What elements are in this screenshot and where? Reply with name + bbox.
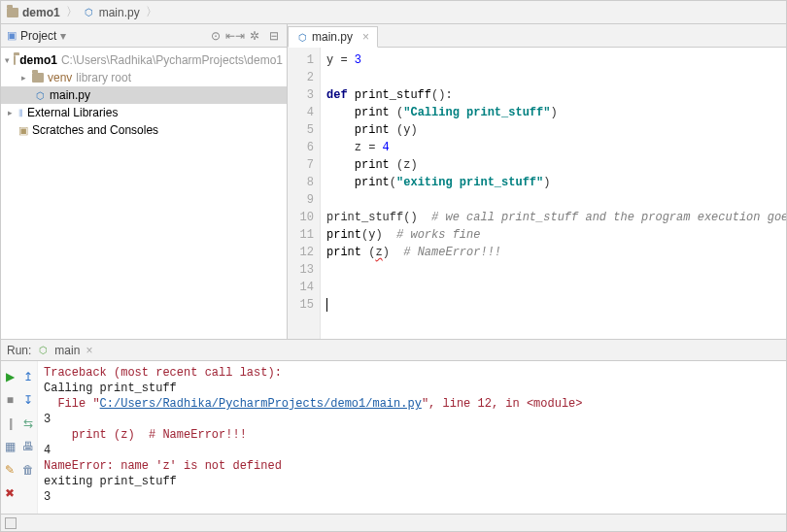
folder-icon: [32, 73, 44, 83]
chevron-down-icon[interactable]: ▾: [5, 55, 10, 65]
trash-button[interactable]: 🗑: [20, 462, 36, 478]
code-line[interactable]: def print_stuff():: [326, 86, 780, 104]
chevron-right-icon: 〉: [146, 4, 157, 20]
breadcrumb-project[interactable]: demo1 〉: [7, 4, 80, 20]
code-line[interactable]: print_stuff() # we call print_stuff and …: [326, 209, 780, 226]
main-split: ▣ Project ▾ ⊙ ⇤⇥ ✲ ⊟ ▾ demo1 C:\Users\Ra…: [1, 24, 786, 339]
tree-venv-name: venv: [48, 71, 72, 84]
tree-scratches-label: Scratches and Consoles: [32, 123, 158, 137]
tree-venv-hint: library root: [76, 71, 131, 84]
console-line: exiting print_stuff: [44, 474, 780, 489]
tree-venv[interactable]: ▸ venv library root: [1, 69, 287, 86]
tree-ext-libs-label: External Libraries: [27, 106, 118, 119]
tree-root-name: demo1: [19, 53, 57, 67]
run-label: Run:: [7, 344, 31, 357]
code-line[interactable]: z = 4: [326, 139, 780, 156]
rerun-button[interactable]: ▶: [2, 369, 17, 384]
layout-button[interactable]: ▦: [2, 439, 17, 454]
code-line[interactable]: print (z): [326, 156, 780, 174]
breadcrumb-bar: demo1 〉 ⬡ main.py 〉: [1, 1, 786, 24]
project-header: ▣ Project ▾ ⊙ ⇤⇥ ✲ ⊟: [1, 24, 287, 48]
editor-gutter[interactable]: 123456789101112131415: [288, 48, 321, 339]
project-tool-window: ▣ Project ▾ ⊙ ⇤⇥ ✲ ⊟ ▾ demo1 C:\Users\Ra…: [1, 24, 288, 339]
tree-scratches[interactable]: Scratches and Consoles: [1, 121, 287, 139]
traceback-link[interactable]: C:/Users/Radhika/PycharmProjects/demo1/m…: [100, 397, 422, 411]
code-line[interactable]: [326, 261, 780, 279]
run-tool-window: Run: ⬡ main × ▶ ↥ ■ ↧ || ⇆ ▦ 🖶 ✎ 🗑 ✖ Tra…: [1, 339, 786, 514]
project-tree[interactable]: ▾ demo1 C:\Users\Radhika\PycharmProjects…: [1, 48, 287, 143]
console-line: 3: [44, 412, 780, 427]
code-line[interactable]: print (z) # NameError!!!: [326, 244, 780, 261]
chevron-right-icon[interactable]: ▸: [5, 108, 15, 117]
code-line[interactable]: y = 3: [326, 51, 780, 69]
folder-icon: [14, 55, 16, 65]
pin-button[interactable]: ✎: [2, 462, 17, 478]
close-tab-icon[interactable]: ×: [362, 30, 369, 44]
folder-icon: [7, 8, 18, 17]
code-line[interactable]: [326, 279, 780, 296]
tree-root-path: C:\Users\Radhika\PycharmProjects\demo1: [61, 53, 283, 67]
scroll-down-button[interactable]: ↧: [20, 392, 36, 408]
tree-external-libraries[interactable]: ▸ External Libraries: [1, 104, 287, 121]
run-body: ▶ ↥ ■ ↧ || ⇆ ▦ 🖶 ✎ 🗑 ✖ Traceback (most r…: [1, 361, 786, 514]
status-indicator[interactable]: [5, 517, 17, 529]
editor-body[interactable]: 123456789101112131415 y = 3def print_stu…: [288, 48, 786, 339]
breadcrumb-project-label: demo1: [22, 6, 60, 19]
console-line: Traceback (most recent call last):: [44, 365, 780, 381]
project-title[interactable]: Project: [20, 29, 56, 43]
code-line[interactable]: print(y) # works fine: [326, 226, 780, 244]
soft-wrap-button[interactable]: ⇆: [20, 416, 36, 431]
console-line: print (z) # NameError!!!: [44, 427, 780, 443]
libraries-icon: [18, 106, 23, 119]
chevron-right-icon: 〉: [66, 4, 78, 20]
run-config-name: main: [54, 344, 80, 357]
run-header: Run: ⬡ main ×: [1, 340, 786, 361]
hide-icon[interactable]: ⊟: [267, 29, 281, 43]
scroll-up-button[interactable]: ↥: [20, 369, 36, 384]
collapse-all-icon[interactable]: ⇤⇥: [228, 29, 242, 43]
breadcrumb-file[interactable]: ⬡ main.py 〉: [84, 4, 159, 20]
python-run-icon: ⬡: [37, 345, 49, 356]
run-toolbar: ▶ ↥ ■ ↧ || ⇆ ▦ 🖶 ✎ 🗑 ✖: [1, 361, 38, 514]
editor-tab-main[interactable]: ⬡ main.py ×: [288, 26, 378, 48]
chevron-right-icon[interactable]: ▸: [18, 73, 28, 83]
tree-file-main[interactable]: ⬡ main.py: [1, 86, 287, 104]
close-run-tab-icon[interactable]: ×: [86, 344, 92, 357]
python-file-icon: ⬡: [34, 89, 46, 101]
print-button[interactable]: 🖶: [20, 439, 36, 454]
code-line[interactable]: print ("Calling print_stuff"): [326, 104, 780, 121]
gear-icon[interactable]: ✲: [248, 29, 261, 43]
project-view-icon: ▣: [7, 29, 17, 42]
console-output[interactable]: Traceback (most recent call last):Callin…: [38, 361, 786, 514]
python-file-icon: ⬡: [296, 31, 308, 43]
console-line: 4: [44, 443, 780, 458]
tree-file-label: main.py: [50, 88, 90, 102]
editor-tab-label: main.py: [312, 30, 353, 44]
code-line[interactable]: [326, 296, 780, 314]
code-line[interactable]: print (y): [326, 121, 780, 139]
code-line[interactable]: print("exiting print_stuff"): [326, 174, 780, 191]
tree-root[interactable]: ▾ demo1 C:\Users\Radhika\PycharmProjects…: [1, 51, 287, 69]
python-file-icon: ⬡: [84, 7, 95, 18]
scratches-icon: [18, 123, 28, 137]
console-line: 3: [44, 489, 780, 505]
console-line: Calling print_stuff: [44, 381, 780, 396]
status-bar: [1, 514, 786, 531]
console-line: File "C:/Users/Radhika/PycharmProjects/d…: [44, 396, 780, 412]
dropdown-icon[interactable]: ▾: [60, 29, 66, 43]
close-button[interactable]: ✖: [2, 485, 17, 501]
console-line: NameError: name 'z' is not defined: [44, 458, 780, 474]
target-icon[interactable]: ⊙: [209, 29, 222, 43]
code-line[interactable]: [326, 69, 780, 86]
code-line[interactable]: [326, 191, 780, 209]
editor-tabs: ⬡ main.py ×: [288, 24, 786, 48]
code-area[interactable]: y = 3def print_stuff(): print ("Calling …: [321, 48, 786, 339]
stop-button[interactable]: ■: [2, 392, 17, 408]
breadcrumb-file-label: main.py: [99, 6, 140, 19]
editor-panel: ⬡ main.py × 123456789101112131415 y = 3d…: [288, 24, 786, 339]
pause-button[interactable]: ||: [2, 416, 17, 431]
